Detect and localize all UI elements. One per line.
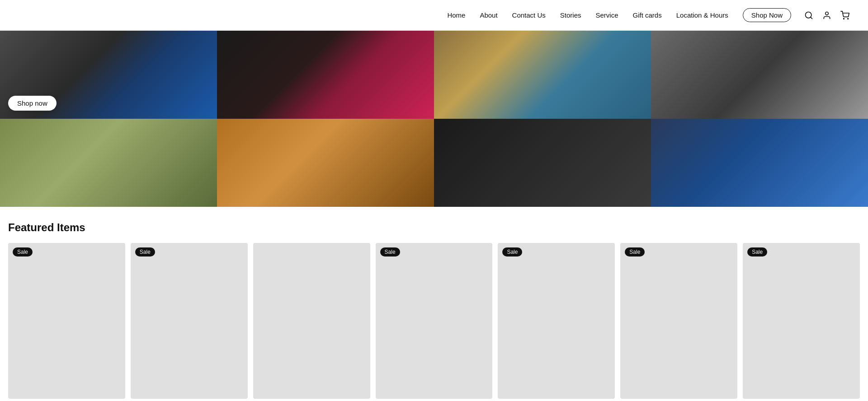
- shop-now-overlay-button[interactable]: Shop now: [8, 96, 57, 111]
- nav-service[interactable]: Service: [595, 11, 618, 19]
- bike-photo-2: [217, 31, 434, 119]
- header: Home About Contact Us Stories Service Gi…: [0, 0, 868, 31]
- account-icon[interactable]: [822, 10, 832, 20]
- sale-badge-2: Sale: [135, 247, 155, 256]
- bike-photo-6: [217, 119, 434, 207]
- sale-badge-4: Sale: [380, 247, 400, 256]
- sale-badge-6: Sale: [625, 247, 645, 256]
- bike-photo-1: Shop now: [0, 31, 217, 119]
- featured-card-5[interactable]: Sale: [498, 243, 615, 399]
- main-nav: Home About Contact Us Stories Service Gi…: [447, 8, 791, 22]
- bike-photo-7: [434, 119, 651, 207]
- bike-photo-4: [651, 31, 868, 119]
- featured-section: Featured Items Sale Sale Sale Sale Sale …: [0, 207, 868, 401]
- nav-home[interactable]: Home: [447, 11, 465, 19]
- nav-location[interactable]: Location & Hours: [676, 11, 728, 19]
- featured-card-4[interactable]: Sale: [376, 243, 493, 399]
- svg-point-2: [826, 12, 829, 15]
- nav-giftcards[interactable]: Gift cards: [633, 11, 662, 19]
- featured-card-1[interactable]: Sale: [8, 243, 125, 399]
- bike-photo-8: [651, 119, 868, 207]
- bike-photo-3: [434, 31, 651, 119]
- svg-point-3: [844, 18, 844, 19]
- sale-badge-5: Sale: [502, 247, 522, 256]
- svg-point-4: [848, 18, 849, 19]
- sale-badge-1: Sale: [13, 247, 33, 256]
- sale-badge-7: Sale: [747, 247, 767, 256]
- featured-grid: Sale Sale Sale Sale Sale Sale: [8, 243, 860, 399]
- featured-card-3[interactable]: [253, 243, 370, 399]
- cart-icon[interactable]: [840, 10, 850, 20]
- featured-card-6[interactable]: Sale: [620, 243, 737, 399]
- featured-card-7[interactable]: Sale: [743, 243, 860, 399]
- photo-grid: Shop now: [0, 31, 868, 207]
- search-icon[interactable]: [804, 10, 814, 20]
- nav-contact[interactable]: Contact Us: [512, 11, 546, 19]
- nav-stories[interactable]: Stories: [560, 11, 581, 19]
- featured-title: Featured Items: [8, 221, 860, 234]
- shop-now-button[interactable]: Shop Now: [743, 8, 791, 22]
- header-icons: [804, 10, 850, 20]
- featured-card-2[interactable]: Sale: [131, 243, 248, 399]
- bike-photo-5: [0, 119, 217, 207]
- nav-about[interactable]: About: [480, 11, 497, 19]
- svg-line-1: [811, 17, 812, 19]
